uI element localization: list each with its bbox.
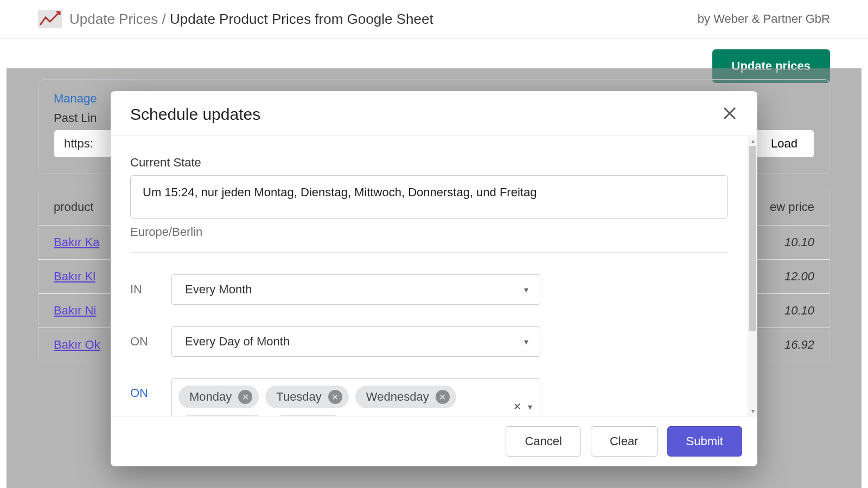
- scrollbar[interactable]: ▴ ▾: [748, 136, 757, 416]
- chip-label: Monday: [189, 390, 232, 404]
- scrollbar-thumb[interactable]: [749, 146, 756, 331]
- day-chip: Friday✕: [273, 415, 344, 416]
- breadcrumb-current: Update Product Prices from Google Sheet: [170, 11, 433, 27]
- month-select[interactable]: Every Month: [171, 274, 540, 305]
- chip-label: Wednesday: [366, 390, 429, 404]
- scroll-up-icon[interactable]: ▴: [748, 137, 757, 145]
- remove-chip-icon[interactable]: ✕: [328, 390, 342, 404]
- current-state-label: Current State: [130, 156, 728, 170]
- chip-label: Tuesday: [276, 390, 322, 404]
- day-of-month-select[interactable]: Every Day of Month: [171, 326, 540, 357]
- modal-body: Current State Um 15:24, nur jeden Montag…: [111, 136, 757, 416]
- close-icon[interactable]: [722, 105, 738, 124]
- current-state-value: Um 15:24, nur jeden Montag, Dienstag, Mi…: [130, 175, 728, 219]
- day-chip: Monday✕: [178, 386, 259, 408]
- selected-days: Monday✕ Tuesday✕ Wednesday✕ Thursday✕ Fr…: [178, 386, 513, 416]
- breadcrumb-root[interactable]: Update Prices: [69, 11, 158, 27]
- timezone-label: Europe/Berlin: [130, 225, 728, 253]
- breadcrumb-separator: /: [162, 11, 166, 27]
- remove-chip-icon[interactable]: ✕: [238, 390, 252, 404]
- byline: by Weber & Partner GbR: [698, 12, 830, 26]
- app-icon: [38, 10, 62, 28]
- day-of-week-multiselect[interactable]: Monday✕ Tuesday✕ Wednesday✕ Thursday✕ Fr…: [171, 378, 540, 416]
- clear-all-icon[interactable]: ✕: [513, 401, 521, 413]
- submit-button[interactable]: Submit: [667, 426, 742, 457]
- clear-button[interactable]: Clear: [591, 426, 658, 457]
- on-dow-label: ON: [130, 378, 162, 400]
- schedule-modal: Schedule updates Current State Um 15:24,…: [111, 91, 757, 466]
- chevron-down-icon[interactable]: ▾: [528, 402, 532, 412]
- scroll-down-icon[interactable]: ▾: [748, 407, 757, 415]
- day-chip: Thursday✕: [178, 415, 266, 416]
- cancel-button[interactable]: Cancel: [506, 426, 580, 457]
- modal-footer: Cancel Clear Submit: [111, 416, 757, 466]
- page-header: Update Prices / Update Product Prices fr…: [0, 0, 868, 38]
- in-row: IN Every Month ▾: [130, 274, 728, 305]
- breadcrumb: Update Prices / Update Product Prices fr…: [69, 11, 433, 28]
- on-dom-label: ON: [130, 335, 162, 349]
- on-day-of-month-row: ON Every Day of Month ▾: [130, 326, 728, 357]
- in-label: IN: [130, 282, 162, 297]
- day-chip: Wednesday✕: [355, 386, 456, 408]
- load-button[interactable]: Load: [754, 130, 814, 158]
- day-chip: Tuesday✕: [265, 386, 349, 408]
- on-day-of-week-row: ON Monday✕ Tuesday✕ Wednesday✕ Thursday✕…: [130, 378, 728, 416]
- remove-chip-icon[interactable]: ✕: [436, 390, 450, 404]
- modal-title: Schedule updates: [130, 105, 260, 124]
- modal-header: Schedule updates: [111, 91, 757, 136]
